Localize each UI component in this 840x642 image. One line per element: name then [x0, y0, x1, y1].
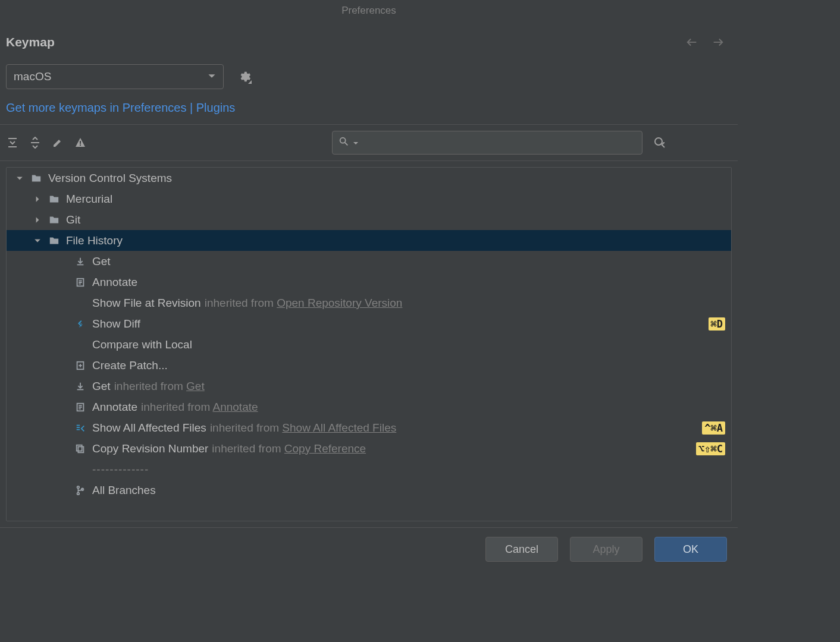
- keymap-dropdown[interactable]: macOS: [6, 64, 224, 89]
- apply-button[interactable]: Apply: [570, 537, 642, 562]
- find-by-shortcut-icon[interactable]: [652, 135, 667, 150]
- blank-icon: [74, 464, 86, 476]
- gear-icon[interactable]: [237, 69, 252, 84]
- tree-action-compare-with-local[interactable]: Compare with Local: [7, 334, 731, 355]
- tree-action-show-diff[interactable]: Show Diff ⌘D: [7, 313, 731, 334]
- svg-point-9: [655, 138, 662, 145]
- preferences-dialog: Preferences Keymap macOS Get more keymap…: [0, 0, 738, 571]
- tree-label: File History: [66, 234, 123, 247]
- search-field[interactable]: [332, 131, 642, 155]
- inherited-link[interactable]: Open Repository Version: [277, 297, 402, 309]
- annotate-icon: [74, 401, 86, 413]
- inherited-label: inherited from Open Repository Version: [205, 297, 403, 310]
- inherited-link[interactable]: Annotate: [212, 401, 258, 413]
- tree-node-file-history[interactable]: File History: [7, 230, 731, 251]
- inherited-link[interactable]: Copy Reference: [284, 442, 366, 455]
- tree-action-show-all-affected-files[interactable]: Show All Affected Files inherited from S…: [7, 417, 731, 438]
- nav-arrows: [684, 34, 732, 50]
- branch-icon: [74, 484, 86, 496]
- edit-icon[interactable]: [51, 136, 64, 149]
- tree-label: Compare with Local: [92, 338, 192, 351]
- back-arrow-icon[interactable]: [684, 34, 700, 50]
- separator-text: -------------: [92, 463, 149, 476]
- forward-arrow-icon[interactable]: [710, 34, 726, 50]
- svg-line-8: [345, 142, 348, 145]
- dialog-title: Preferences: [341, 5, 396, 17]
- tree-action-get-inherited[interactable]: Get inherited from Get: [7, 376, 731, 396]
- inherited-link[interactable]: Show All Affected Files: [282, 421, 396, 434]
- svg-point-7: [340, 137, 346, 143]
- inherited-label: inherited from Show All Affected Files: [210, 421, 396, 435]
- tree-action-copy-revision-number[interactable]: Copy Revision Number inherited from Copy…: [7, 438, 731, 459]
- shortcut-badge: ⌘D: [709, 317, 725, 331]
- svg-rect-5: [80, 141, 81, 144]
- tree-node-mercurial[interactable]: Mercurial: [7, 188, 731, 209]
- tree-label: Show File at Revision: [92, 297, 201, 310]
- diff-icon: [74, 318, 86, 330]
- section-title: Keymap: [6, 35, 55, 49]
- copy-icon: [74, 443, 86, 455]
- ok-button[interactable]: OK: [654, 537, 727, 562]
- download-icon: [74, 256, 86, 268]
- tree-label: Create Patch...: [92, 359, 168, 372]
- tree-label: All Branches: [92, 484, 156, 497]
- chevron-right-icon[interactable]: [33, 194, 42, 204]
- tree-label: Mercurial: [66, 193, 112, 206]
- dialog-footer: Cancel Apply OK: [0, 527, 738, 571]
- tree-label: Get: [92, 255, 111, 268]
- tree-action-annotate-inherited[interactable]: Annotate inherited from Annotate: [7, 396, 731, 417]
- svg-point-31: [77, 486, 80, 488]
- chevron-down-icon: [208, 70, 216, 83]
- search-input[interactable]: [362, 136, 636, 149]
- expand-all-icon[interactable]: [6, 136, 19, 149]
- cancel-button[interactable]: Cancel: [485, 537, 558, 562]
- collapse-all-icon[interactable]: [29, 136, 42, 149]
- tree-label: Show Diff: [92, 317, 140, 331]
- inherited-label: inherited from Annotate: [141, 401, 258, 414]
- tree-node-vcs[interactable]: Version Control Systems: [7, 168, 731, 188]
- tree-label: Get: [92, 380, 111, 393]
- tree-separator: -------------: [7, 459, 731, 480]
- chevron-down-icon[interactable]: [33, 236, 42, 246]
- tree-label: Show All Affected Files: [92, 421, 206, 435]
- chevron-right-icon[interactable]: [33, 215, 42, 225]
- search-icon: [338, 136, 349, 150]
- tree-action-create-patch[interactable]: Create Patch...: [7, 355, 731, 376]
- section-header: Keymap: [0, 21, 738, 57]
- annotate-icon: [74, 276, 86, 288]
- inherited-link[interactable]: Get: [186, 380, 205, 392]
- svg-rect-30: [77, 445, 82, 451]
- svg-rect-29: [78, 446, 83, 452]
- patch-icon: [74, 360, 86, 372]
- svg-point-32: [77, 492, 80, 495]
- tree-label: Annotate: [92, 401, 137, 414]
- chevron-down-icon[interactable]: [353, 137, 359, 149]
- folder-icon: [48, 235, 60, 247]
- svg-line-10: [662, 144, 665, 147]
- keymap-selector-row: macOS: [0, 57, 738, 96]
- folder-icon: [48, 193, 60, 205]
- inherited-label: inherited from Copy Reference: [212, 442, 366, 455]
- warning-icon[interactable]: [74, 136, 87, 149]
- svg-rect-6: [80, 144, 81, 146]
- tree-action-get[interactable]: Get: [7, 251, 731, 272]
- keymap-tree[interactable]: Version Control Systems Mercurial Git Fi…: [6, 167, 732, 521]
- plugins-link[interactable]: Get more keymaps in Preferences | Plugin…: [6, 101, 235, 114]
- tree-action-show-file-at-revision[interactable]: Show File at Revision inherited from Ope…: [7, 292, 731, 313]
- tree-label: Git: [66, 213, 80, 226]
- tree-label: Version Control Systems: [48, 172, 172, 185]
- blank-icon: [74, 297, 86, 309]
- blank-icon: [74, 339, 86, 351]
- shortcut-badge: ^⌘A: [702, 421, 725, 435]
- tree-action-all-branches[interactable]: All Branches: [7, 480, 731, 501]
- tree-label: Copy Revision Number: [92, 442, 208, 455]
- keymap-dropdown-value: macOS: [14, 70, 51, 83]
- tree-action-annotate[interactable]: Annotate: [7, 272, 731, 292]
- plugins-link-row: Get more keymaps in Preferences | Plugin…: [0, 96, 738, 125]
- chevron-down-icon[interactable]: [15, 174, 24, 183]
- shortcut-badge: ⌥⇧⌘C: [696, 442, 725, 455]
- download-icon: [74, 380, 86, 392]
- tree-toolbar: [0, 125, 738, 161]
- inherited-label: inherited from Get: [114, 380, 205, 393]
- tree-node-git[interactable]: Git: [7, 209, 731, 230]
